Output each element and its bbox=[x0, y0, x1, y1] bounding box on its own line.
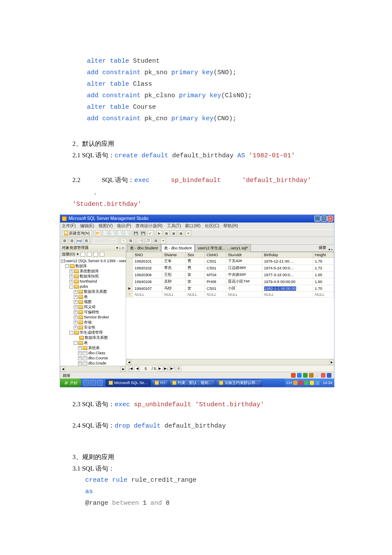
table-row[interactable]: ▶19940107乌纱女CS01小区1982-1-1 00:00:001.70 bbox=[127, 285, 334, 292]
tb2-btn-4[interactable]: ▦ bbox=[84, 238, 89, 244]
ql-icon-3[interactable] bbox=[97, 380, 103, 386]
menu-item[interactable]: 工具(T) bbox=[167, 223, 181, 229]
expand-icon[interactable]: + bbox=[74, 295, 78, 299]
expand-icon[interactable]: + bbox=[74, 326, 78, 330]
expand-icon[interactable]: + bbox=[78, 346, 82, 350]
tree-node[interactable]: +Service Broker bbox=[61, 315, 126, 320]
oe-hscrollbar[interactable]: ◀▶ bbox=[60, 366, 126, 372]
tree-node[interactable]: +dbo.Class bbox=[61, 350, 126, 356]
new-query-button[interactable]: 新建查询(N) bbox=[62, 230, 92, 236]
taskbar-task[interactable]: H:\ bbox=[152, 379, 168, 387]
expand-icon[interactable]: - bbox=[61, 259, 63, 263]
expand-icon[interactable]: + bbox=[74, 290, 78, 294]
tb-btn-13[interactable]: ▾ bbox=[185, 230, 191, 236]
taskbar-task[interactable]: Microsoft SQL Se… bbox=[106, 379, 151, 387]
start-button[interactable]: ⊞开始 bbox=[60, 379, 81, 387]
grid-hscrollbar[interactable]: ◀▶ bbox=[126, 359, 334, 365]
tb2-btn-1[interactable]: ▦ bbox=[62, 238, 68, 244]
column-header[interactable]: SName bbox=[162, 252, 186, 258]
column-header[interactable]: Birthday bbox=[262, 252, 313, 258]
tb2-btn-7[interactable]: ▦ bbox=[128, 238, 134, 244]
oe-tb-icon-2[interactable] bbox=[87, 252, 92, 257]
expand-icon[interactable]: + bbox=[78, 356, 82, 360]
tb-btn-5[interactable]: 📄 bbox=[124, 230, 130, 236]
tb-btn-2[interactable]: 📄 bbox=[102, 230, 108, 236]
tb-btn-8[interactable]: ✔ bbox=[147, 230, 153, 236]
column-header[interactable]: Sex bbox=[186, 252, 205, 258]
table-row[interactable]: *NULLNULLNULLNULLNULLNULLNULL bbox=[127, 292, 334, 298]
pin-icon[interactable]: ▾ ⟂ × bbox=[116, 246, 124, 250]
ql-ie-icon[interactable] bbox=[83, 380, 89, 386]
scroll-left-icon[interactable]: ◀ bbox=[60, 367, 65, 372]
tree-node[interactable]: +视图 bbox=[61, 299, 126, 304]
window-titlebar[interactable]: Microsoft SQL Server Management Studio _… bbox=[60, 215, 334, 223]
table-row[interactable]: 19940106吴秒女PH08莲花小区74#1979-4-8 00:00:001… bbox=[127, 278, 334, 285]
tray-icon-5[interactable] bbox=[315, 381, 320, 385]
expand-icon[interactable]: + bbox=[69, 280, 73, 283]
nav-last-button[interactable]: ▶| bbox=[163, 366, 169, 371]
menu-item[interactable]: 查询设计器(R) bbox=[135, 223, 163, 229]
menu-item[interactable]: 项目(P) bbox=[117, 223, 131, 229]
column-header[interactable]: Height bbox=[313, 252, 334, 258]
taskbar-task[interactable]: 实验五约束默认和… bbox=[216, 379, 262, 387]
expand-icon[interactable]: + bbox=[74, 305, 78, 309]
tree-node[interactable]: +数据库关系图 bbox=[61, 289, 126, 294]
close-button[interactable]: × bbox=[327, 216, 333, 222]
clock[interactable]: 14:34 bbox=[323, 381, 332, 385]
tree-node[interactable]: +存储 bbox=[61, 320, 126, 325]
menu-item[interactable]: 社区(C) bbox=[205, 223, 219, 229]
minimize-button[interactable]: _ bbox=[314, 216, 320, 222]
tb2-sql-icon[interactable]: sql bbox=[76, 238, 82, 244]
expand-icon[interactable]: + bbox=[74, 310, 78, 314]
tree-node[interactable]: +可编程性 bbox=[61, 309, 126, 315]
tb2-btn-9[interactable]: ☰ bbox=[146, 238, 152, 244]
column-header[interactable]: ClsNO bbox=[205, 252, 226, 258]
tab[interactable]: 表 - dbo.Student bbox=[127, 244, 161, 252]
tb-btn-12[interactable]: ▣ bbox=[178, 230, 184, 236]
tb-btn-11[interactable]: ▣ bbox=[171, 230, 177, 236]
ql-desktop-icon[interactable] bbox=[90, 380, 96, 386]
expand-icon[interactable]: + bbox=[74, 321, 78, 324]
table-row[interactable]: 19920102李杰男CS01江边路96#1974-5-24 00:0…1.72 bbox=[127, 265, 334, 272]
expand-icon[interactable]: + bbox=[78, 351, 82, 355]
tree-node[interactable]: +数据库快照 bbox=[61, 274, 126, 279]
tray-icon-3[interactable] bbox=[304, 381, 308, 385]
tree-node[interactable]: +表 bbox=[61, 294, 126, 299]
tab[interactable]: user12.学生成… …uery1.sql* bbox=[195, 244, 251, 252]
collapse-icon[interactable]: - bbox=[74, 341, 78, 345]
tb2-btn-2[interactable]: ▦ bbox=[69, 238, 75, 244]
tree-node[interactable]: +安全性 bbox=[61, 325, 126, 330]
tb2-btn-10[interactable]: ▦ bbox=[153, 238, 159, 244]
expand-icon[interactable]: + bbox=[69, 269, 73, 273]
tab-dropdown-icon[interactable]: ▾ × bbox=[328, 248, 333, 251]
tree-node[interactable]: +dbo.Grade bbox=[61, 361, 126, 366]
expand-icon[interactable]: + bbox=[69, 275, 73, 278]
oe-filter-icon[interactable] bbox=[100, 252, 104, 257]
table-row[interactable]: 19920101王军男CS01下关40#1976-12-21 00:…1.76 bbox=[127, 258, 334, 265]
object-explorer-tree[interactable]: -user12 (SQL Server 9.0.1399 - user12\Ad… bbox=[60, 257, 126, 366]
tree-node[interactable]: +Northwind bbox=[61, 279, 126, 284]
tree-node[interactable]: +同义词 bbox=[61, 304, 126, 309]
nav-next-button[interactable]: ▶ bbox=[157, 366, 162, 371]
menu-item[interactable]: 窗口(W) bbox=[185, 223, 200, 229]
tb-open-icon[interactable]: 📂 bbox=[95, 230, 101, 236]
tray-icon-4[interactable] bbox=[310, 381, 314, 385]
tb2-execute-icon[interactable]: ! bbox=[121, 238, 127, 244]
tb-save-icon[interactable]: 💾 bbox=[133, 230, 139, 236]
summary-tab[interactable]: 摘要 bbox=[317, 244, 328, 251]
expand-icon[interactable]: + bbox=[74, 300, 78, 304]
menu-item[interactable]: 视图(V) bbox=[98, 223, 112, 229]
tree-node[interactable]: -pubs bbox=[61, 284, 126, 289]
maximize-button[interactable]: □ bbox=[321, 216, 327, 222]
nav-position[interactable]: 5 bbox=[141, 367, 151, 371]
collapse-icon[interactable]: - bbox=[65, 264, 69, 268]
tree-node[interactable]: -学生成绩管理 bbox=[61, 330, 126, 335]
nav-first-button[interactable]: |◀ bbox=[128, 366, 133, 371]
nav-prev-button[interactable]: ◀ bbox=[134, 366, 140, 371]
tree-node[interactable]: 数据库关系图 bbox=[61, 335, 126, 340]
column-header[interactable]: SNO bbox=[133, 252, 162, 258]
collapse-icon[interactable]: - bbox=[69, 331, 73, 335]
expand-icon[interactable]: + bbox=[74, 315, 78, 319]
tree-node[interactable]: +dbo.Course bbox=[61, 356, 126, 361]
oe-tb-icon-1[interactable] bbox=[81, 252, 85, 257]
